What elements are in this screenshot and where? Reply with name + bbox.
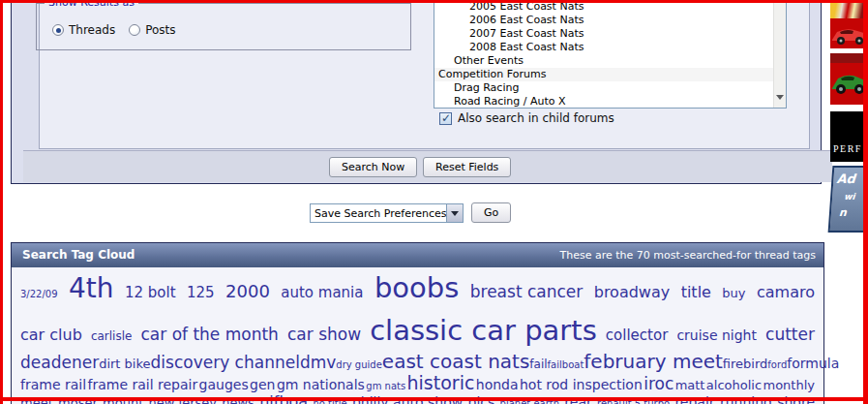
tag-link[interactable]: february meet xyxy=(584,351,723,372)
radio-icon[interactable] xyxy=(129,24,140,36)
tag-link[interactable]: deadener xyxy=(20,354,99,372)
reset-fields-button[interactable]: Reset Fields xyxy=(423,157,511,177)
tag-link[interactable]: 2000 xyxy=(225,282,270,301)
tag-link[interactable]: alcoholic xyxy=(706,379,762,392)
tag-link[interactable]: mount xyxy=(103,396,143,404)
forum-option[interactable]: Road Racing / Auto X xyxy=(434,95,773,109)
tag-row: frame railframe rail repairgaugesgengm n… xyxy=(20,373,815,393)
green-car-ad[interactable] xyxy=(830,53,868,105)
scroll-down-icon[interactable] xyxy=(776,95,784,100)
tag-link[interactable]: boobs xyxy=(374,273,459,304)
tag-link[interactable]: collector xyxy=(606,327,668,344)
tag-link[interactable]: running xyxy=(720,395,772,404)
tag-link[interactable]: rear xyxy=(564,395,591,404)
forum-option[interactable]: 2008 East Coast Nats xyxy=(434,41,773,54)
tag-link[interactable]: monthly xyxy=(763,379,816,392)
tag-link[interactable]: no title xyxy=(313,398,346,404)
select-dropdown-button[interactable] xyxy=(446,204,463,222)
tag-row: meetmosermountnew jerseynewsnjfboano tit… xyxy=(20,393,815,404)
search-tag-cloud-panel: Search Tag Cloud These are the 70 most-s… xyxy=(11,242,824,404)
tag-link[interactable]: meet xyxy=(20,396,53,404)
radio-label: Posts xyxy=(145,23,175,37)
tag-link[interactable]: title xyxy=(681,284,711,301)
forum-option[interactable]: Other Events xyxy=(434,54,773,68)
tag-link[interactable]: frame rail xyxy=(20,378,86,392)
tag-link[interactable]: new jersey xyxy=(149,396,217,404)
tag-link[interactable]: east coast nats xyxy=(382,351,529,372)
tag-cloud-body: 3/22/094th12 bolt1252000auto maniaboobsb… xyxy=(12,267,823,404)
forum-option[interactable]: Competition Forums xyxy=(434,68,773,81)
tag-link[interactable]: 4th xyxy=(69,274,114,304)
forum-listbox-wrap[interactable]: 2005 East Coast Nats2006 East Coast Nats… xyxy=(434,0,787,109)
tag-link[interactable]: failboat xyxy=(548,359,584,370)
child-forums-row[interactable]: Also search in child forums xyxy=(439,111,614,125)
tag-link[interactable]: auto mania xyxy=(281,285,363,301)
tag-link[interactable]: car show xyxy=(287,326,361,344)
tag-link[interactable]: carlisle xyxy=(91,330,133,343)
tag-link[interactable]: formula xyxy=(787,357,839,371)
tag-link[interactable]: historic xyxy=(407,373,475,393)
tag-link[interactable]: news xyxy=(222,396,254,404)
tag-link[interactable]: gauges xyxy=(199,378,249,392)
tag-link[interactable]: ford xyxy=(767,359,787,370)
tag-link[interactable]: dry guide xyxy=(336,359,382,370)
tag-link[interactable]: gm nationals xyxy=(277,378,365,392)
search-now-button[interactable]: Search Now xyxy=(329,157,417,177)
tag-link[interactable]: cutter xyxy=(765,326,815,344)
tag-link[interactable]: fail xyxy=(529,358,547,371)
tag-link[interactable]: hot rod inspection xyxy=(520,378,643,392)
tag-link[interactable]: iroc xyxy=(644,375,673,393)
show-results-legend: Show Results as xyxy=(45,0,138,9)
advertise-banner-ad[interactable]: Ad wi n xyxy=(828,166,868,233)
forum-search-page: Show Results as ThreadsPosts 2005 East C… xyxy=(0,0,868,404)
tag-link[interactable]: planet earth xyxy=(500,398,560,404)
tag-link[interactable]: 3/22/09 xyxy=(20,289,58,299)
tag-link[interactable]: firebird xyxy=(723,357,767,371)
forum-option[interactable]: 2005 East Coast Nats xyxy=(434,0,773,14)
tag-link[interactable]: gm nats xyxy=(366,381,405,391)
forum-option[interactable]: 2007 East Coast Nats xyxy=(434,27,773,41)
tag-link[interactable]: buy xyxy=(722,287,745,300)
listbox-scrollbar[interactable] xyxy=(773,0,786,108)
tag-link[interactable]: dmv xyxy=(300,354,336,372)
tag-link[interactable]: camaro xyxy=(757,284,815,301)
tag-link[interactable]: broadway xyxy=(594,284,671,301)
tag-link[interactable]: classic car parts xyxy=(370,316,597,347)
performance-banner-ad[interactable]: PERF xyxy=(830,111,868,162)
forum-option[interactable]: 2006 East Coast Nats xyxy=(434,14,773,27)
tag-link[interactable]: discovery channel xyxy=(151,354,300,372)
red-car-ad[interactable] xyxy=(830,3,868,48)
tag-link[interactable]: njfboa xyxy=(259,393,308,404)
tag-row: deadenerdirt bikediscovery channeldmvdry… xyxy=(20,351,815,372)
show-results-fieldset: Show Results as ThreadsPosts xyxy=(36,3,411,50)
radio-option-threads[interactable]: Threads xyxy=(52,23,115,37)
tag-link[interactable]: frame rail repair xyxy=(87,378,197,392)
tag-link[interactable]: shore xyxy=(777,395,815,404)
tag-link[interactable]: car of the month xyxy=(140,326,278,344)
tag-link[interactable]: gen xyxy=(250,378,275,392)
tag-link[interactable]: cruise night xyxy=(676,328,757,343)
tag-link[interactable]: matt xyxy=(675,379,705,392)
performance-banner-text: PERF xyxy=(833,143,862,154)
tag-link[interactable]: philly auto show xyxy=(352,395,463,404)
tag-link[interactable]: 12 bolt xyxy=(125,285,176,301)
ad-collage-strip xyxy=(830,3,868,18)
screenshot-border-left xyxy=(0,0,3,404)
child-forums-checkbox[interactable] xyxy=(439,112,452,125)
search-preferences-select[interactable]: Save Search Preferences xyxy=(310,203,464,223)
radio-option-posts[interactable]: Posts xyxy=(129,23,175,37)
tag-link[interactable]: renault 5 turbo xyxy=(597,398,670,404)
tag-link[interactable]: repair xyxy=(674,395,714,404)
search-preferences-value: Save Search Preferences xyxy=(314,207,446,220)
go-button[interactable]: Go xyxy=(471,202,511,223)
tag-link[interactable]: 125 xyxy=(187,285,215,301)
tag-link[interactable]: car club xyxy=(20,326,82,344)
tag-link[interactable]: pics xyxy=(468,395,495,404)
tag-cloud-title: Search Tag Cloud xyxy=(22,243,135,267)
tag-link[interactable]: breast cancer xyxy=(470,283,584,301)
tag-link[interactable]: moser xyxy=(58,396,98,404)
tag-link[interactable]: dirt bike xyxy=(99,357,150,371)
radio-icon[interactable] xyxy=(52,24,64,36)
tag-link[interactable]: honda xyxy=(476,378,519,392)
forum-option[interactable]: Drag Racing xyxy=(434,81,773,95)
